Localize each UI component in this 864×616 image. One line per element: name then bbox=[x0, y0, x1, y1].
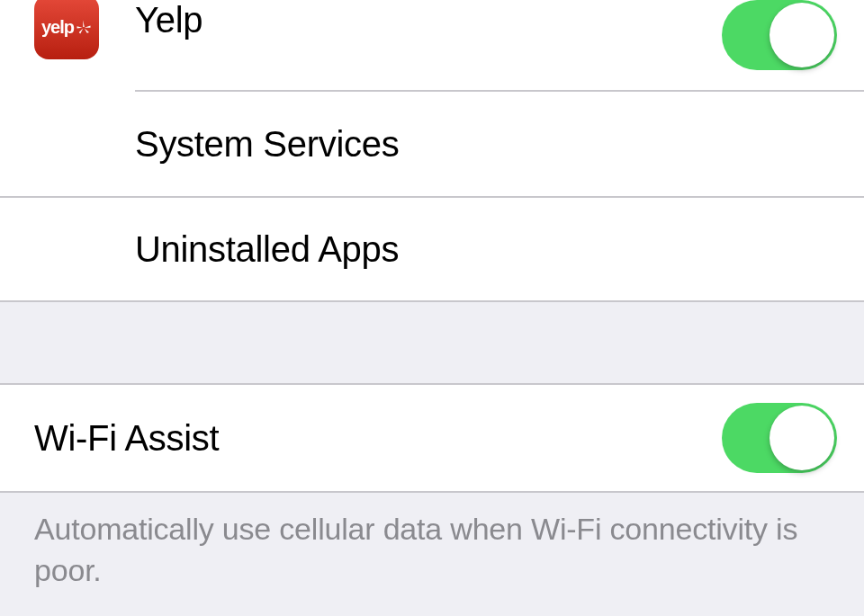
row-yelp-label: Yelp bbox=[135, 0, 722, 40]
wifi-assist-footer: Automatically use cellular data when Wi-… bbox=[0, 493, 864, 616]
yelp-burst-icon bbox=[76, 19, 92, 35]
yelp-app-icon: yelp bbox=[34, 0, 99, 59]
row-yelp[interactable]: yelp Yelp bbox=[0, 0, 864, 90]
row-system-services[interactable]: System Services bbox=[0, 92, 864, 196]
toggle-wifi-assist[interactable] bbox=[722, 403, 837, 473]
toggle-knob bbox=[770, 3, 834, 67]
section-gap bbox=[0, 302, 864, 383]
row-wifi-assist-label: Wi-Fi Assist bbox=[34, 418, 722, 459]
yelp-logo: yelp bbox=[41, 17, 92, 38]
row-system-services-label: System Services bbox=[135, 124, 837, 165]
row-uninstalled-apps-label: Uninstalled Apps bbox=[135, 229, 837, 270]
app-list-section: yelp Yelp System Services Un bbox=[0, 0, 864, 302]
toggle-knob bbox=[770, 406, 834, 470]
yelp-logo-text: yelp bbox=[41, 17, 74, 38]
row-wifi-assist[interactable]: Wi-Fi Assist bbox=[0, 385, 864, 491]
toggle-yelp[interactable] bbox=[722, 0, 837, 70]
wifi-assist-section: Wi-Fi Assist bbox=[0, 385, 864, 491]
row-uninstalled-apps[interactable]: Uninstalled Apps bbox=[0, 198, 864, 300]
